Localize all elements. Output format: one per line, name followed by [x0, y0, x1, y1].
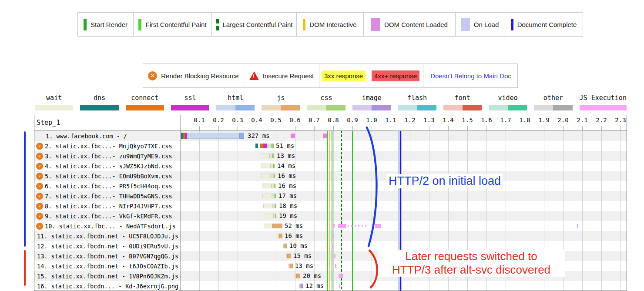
bar-segment-jsD — [287, 254, 291, 258]
document-complete-swatch — [511, 19, 513, 30]
connect-swatch — [126, 105, 164, 110]
js-execution-marker — [338, 224, 346, 228]
duration-label: 51 ms — [276, 142, 294, 149]
resource-type-item: css — [307, 94, 345, 110]
resource-type-item: connect — [126, 94, 164, 110]
request-row-7[interactable]: ✕7. static.xx.fbc...- THHwDD5wGNS.css — [34, 191, 181, 201]
js-execution-swatch — [580, 105, 627, 110]
timing-legend-label: On Load — [474, 21, 499, 28]
dns-swatch — [80, 105, 118, 110]
flag-legend-label: 3xx response — [322, 70, 366, 81]
axis-tick-label: 1.9 — [538, 117, 549, 124]
axis-tick-label: 0.3 — [232, 117, 243, 124]
duration-label: 327 ms — [248, 132, 270, 139]
axis-tick-mark — [218, 126, 219, 131]
resource-type-item: js — [262, 94, 300, 110]
render-blocking-icon: ✕ — [36, 173, 43, 180]
flag-legend-item: 4xx+ response — [368, 64, 423, 87]
axis-tick-label: 1.4 — [443, 117, 453, 124]
axis-tick-mark — [601, 126, 602, 131]
bar-segment-htmlD — [239, 133, 244, 139]
request-name: 5. static.xx.fbc...- EOmU9bBoXvm.css — [45, 173, 172, 180]
request-row-9[interactable]: ✕9. static.xx.fbc...- VkGf-kEMdFR.css — [34, 211, 181, 221]
duration-label: 16 ms — [278, 182, 296, 189]
font-swatch — [443, 105, 482, 110]
timing-legend-item: Document Complete — [504, 13, 584, 36]
bar-segment-css — [267, 144, 272, 148]
request-row-1[interactable]: 1. www.facebook.com - / — [34, 131, 181, 141]
bar-segment-cssD — [275, 214, 276, 218]
resource-type-item: dns — [80, 94, 118, 110]
request-name: 13. static.xx.fbcdn.net - B07VGN7qgQG.js — [34, 253, 178, 260]
axis-tick-mark — [621, 126, 621, 131]
bar-segment-jsD — [296, 274, 300, 278]
flag-legend-item: Doesn't Belong to Main Doc — [423, 64, 518, 87]
bar-segment-ssl — [263, 144, 267, 148]
duration-label: 52 ms — [285, 222, 303, 229]
axis-tick-mark — [448, 126, 449, 131]
axis-tick-label: 1.8 — [519, 117, 530, 124]
request-name: 2. static.xx.fbc...- MnjQkyo7TXE.css — [45, 143, 172, 150]
request-row-16[interactable]: 16. static.xx.fbcdn... - Kd-J6exrojG.png — [34, 281, 181, 291]
bar-segment-imgD — [301, 284, 303, 288]
resource-type-label: image — [352, 94, 391, 102]
axis-tick-mark — [314, 126, 315, 131]
flag-legend-item: 3xx response — [319, 64, 368, 87]
render-blocking-icon: ✕ — [36, 143, 43, 150]
flag-legend-label: Insecure Request — [263, 72, 314, 80]
http3-annotation-line2: HTTP/3 after alt-svc discovered — [378, 263, 565, 277]
request-row-14[interactable]: 14. static.xx.fbcdn.net - t6JOsCOAZIb.js — [34, 261, 181, 271]
request-row-8[interactable]: ✕8. static.xx.fbc...- NIrPJ4JVHP7.css — [34, 201, 181, 211]
request-row-6[interactable]: ✕6. static.xx.fbc...- PR5f5cH44oq.css — [34, 181, 181, 191]
timing-legend-item: DOM Content Loaded — [364, 13, 456, 36]
axis-tick-mark — [506, 126, 506, 131]
timing-legend-label: DOM Content Loaded — [384, 21, 448, 28]
request-row-3[interactable]: ✕3. static.xx.fbc...- zu9WmQTyME9.css — [34, 151, 181, 161]
timing-legend-label: Largest Contentful Paint — [223, 21, 293, 28]
request-name: 16. static.xx.fbcdn... - Kd-J6exrojG.png — [34, 283, 178, 290]
flash-swatch — [398, 105, 436, 110]
axis-tick-mark — [199, 126, 200, 131]
request-name: 6. static.xx.fbc...- PR5f5cH44oq.css — [45, 183, 172, 190]
axis-tick-mark — [467, 126, 468, 131]
first-contentful-paint-swatch — [138, 19, 141, 30]
request-name: 10. static.xx.fbc... - NedATFsdorL.js — [45, 223, 176, 230]
js-swatch — [262, 105, 300, 110]
js-execution-marker — [339, 284, 340, 288]
doesnt-belong-link[interactable]: Doesn't Belong to Main Doc — [430, 72, 511, 80]
request-row-2[interactable]: ✕2. static.xx.fbc...- MnjQkyo7TXE.css — [34, 141, 181, 151]
axis-tick-mark — [276, 126, 276, 131]
bar-segment-cssD — [273, 164, 275, 168]
request-row-10[interactable]: ✕10. static.xx.fbc... - NedATFsdorL.js — [34, 221, 181, 231]
request-row-13[interactable]: 13. static.xx.fbcdn.net - B07VGN7qgQG.js — [34, 251, 181, 261]
axis-tick-label: 2.0 — [557, 117, 568, 124]
dom-interactive-swatch — [303, 19, 305, 30]
render-blocking-icon: ✕ — [36, 213, 43, 220]
resource-type-label: wait — [35, 94, 73, 102]
bar-segment-wait — [264, 224, 272, 228]
request-row-15[interactable]: 15. static.xx.fbcdn.net - 1V8Pn6OJKZm.js — [34, 271, 181, 281]
wait-swatch — [35, 105, 73, 110]
duration-label: 20 ms — [303, 272, 321, 279]
request-name: 4. static.xx.fbc...- sJWZ5KJzbNd.css — [45, 163, 172, 170]
resource-type-item: video — [489, 94, 527, 110]
axis-tick-label: 0.1 — [194, 117, 205, 124]
axis-tick-label: 0.8 — [328, 117, 339, 124]
bar-segment-wait — [263, 204, 273, 208]
column-divider — [181, 115, 181, 291]
request-row-11[interactable]: 11. static.xx.fbcdn.net - UC5F8LOJDJu.js — [34, 231, 181, 241]
image-swatch — [352, 105, 391, 110]
request-row-4[interactable]: ✕4. static.xx.fbc...- sJWZ5KJzbNd.css — [34, 161, 181, 171]
request-row-12[interactable]: 12. static.xx.fbcdn.net - 0UDi9ERu5vU.js — [34, 241, 181, 251]
bar-segment-jsD — [290, 264, 293, 268]
js-execution-dotted — [348, 225, 368, 227]
js-execution-marker — [375, 224, 381, 228]
dom-content-loaded-marker — [323, 134, 327, 138]
resource-type-label: html — [216, 94, 255, 102]
bar-segment-wait — [261, 164, 270, 168]
axis-tick-mark — [352, 126, 353, 131]
request-row-5[interactable]: ✕5. static.xx.fbc...- EOmU9bBoXvm.css — [34, 171, 181, 181]
duration-label: 17 ms — [278, 192, 297, 199]
js-execution-marker — [332, 244, 333, 248]
bar-segment-html — [187, 133, 239, 139]
